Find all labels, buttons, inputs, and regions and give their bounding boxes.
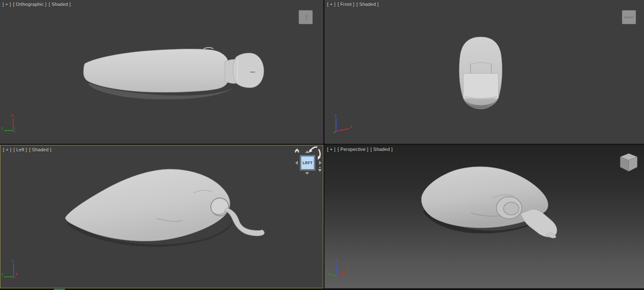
axis-tripod: z y x — [1, 259, 27, 284]
axis-x-label: x — [11, 113, 14, 117]
axis-tripod: z y x — [326, 257, 350, 282]
axis-z-label: z — [12, 259, 14, 263]
axis-tripod: x y z — [1, 113, 26, 138]
lure-model-side-view[interactable] — [0, 145, 323, 288]
lure-model-front-view[interactable] — [325, 0, 644, 144]
axis-x-label: x — [350, 124, 353, 128]
viewport-shading-menu[interactable]: [ Shaded ] — [356, 2, 378, 7]
viewcube-ghost-front[interactable]: FRONT — [622, 10, 636, 24]
viewcube-arrow-down[interactable] — [305, 172, 309, 175]
viewcube-arrow-left[interactable] — [295, 161, 298, 165]
viewcube-face-left[interactable]: LEFT — [301, 156, 314, 170]
axis-y-label: y — [1, 126, 4, 130]
axis-z-label: z — [334, 113, 337, 117]
viewport-shading-menu[interactable]: [ Shaded ] — [370, 147, 392, 152]
home-icon[interactable] — [294, 148, 300, 153]
bottom-edge-strip — [0, 288, 644, 290]
viewport-grid: [ + ] [ Orthographic ] [ Shaded ] — [0, 0, 644, 290]
viewport-shading-menu[interactable]: [ Shaded ] — [29, 147, 51, 152]
viewcube-widget[interactable]: LEFT — [293, 146, 323, 175]
viewcube-menu-icon[interactable] — [318, 167, 322, 172]
viewport-label: [ + ] [ Perspective ] [ Shaded ] — [327, 147, 393, 152]
axis-z-label: z — [14, 126, 17, 130]
viewport-orthographic[interactable]: [ + ] [ Orthographic ] [ Shaded ] — [0, 0, 323, 144]
viewport-view-menu[interactable]: [ Left ] — [14, 147, 27, 152]
viewport-general-menu[interactable]: [ + ] — [3, 147, 11, 152]
axis-z-label: z — [335, 258, 338, 262]
lure-model-perspective-view[interactable] — [325, 145, 644, 288]
viewcube-ghost-icon[interactable] — [299, 10, 313, 24]
viewport-label: [ + ] [ Orthographic ] [ Shaded ] — [3, 2, 71, 7]
viewport-general-menu[interactable]: [ + ] — [3, 2, 11, 7]
axis-tripod: z x — [331, 113, 357, 138]
viewport-left-active[interactable]: [ + ] [ Left ] [ Shaded ] — [0, 145, 323, 288]
axis-x-label: x — [346, 268, 348, 272]
viewcube-ghost-3d[interactable] — [618, 152, 640, 174]
viewcube-arrow-right[interactable] — [319, 161, 322, 165]
viewport-shading-menu[interactable]: [ Shaded ] — [49, 2, 71, 7]
viewport-general-menu[interactable]: [ + ] — [327, 147, 336, 152]
viewcube-ghost-glyph — [301, 12, 311, 22]
viewport-view-menu[interactable]: [ Orthographic ] — [13, 2, 47, 7]
viewcube-arrow-up[interactable] — [305, 151, 309, 153]
viewcube-cube[interactable]: LEFT — [300, 155, 316, 171]
viewport-label: [ + ] [ Left ] [ Shaded ] — [3, 147, 51, 152]
viewport-general-menu[interactable]: [ + ] — [327, 2, 336, 7]
viewport-view-menu[interactable]: [ Perspective ] — [338, 147, 369, 152]
lure-model-top-view[interactable] — [0, 0, 323, 144]
viewport-label: [ + ] [ Front ] [ Shaded ] — [327, 2, 379, 7]
lure-bill — [224, 208, 264, 236]
viewport-perspective[interactable]: [ + ] [ Perspective ] [ Shaded ] — [325, 145, 644, 288]
viewport-view-menu[interactable]: [ Front ] — [338, 2, 355, 7]
axis-x-label: x — [15, 272, 18, 276]
viewcube-front-face-label: FRONT — [624, 16, 634, 19]
lure-lip-front — [463, 73, 498, 99]
axis-y-label: y — [326, 269, 329, 273]
viewport-front[interactable]: [ + ] [ Front ] [ Shaded ] — [325, 0, 644, 144]
axis-y-label: y — [1, 272, 4, 276]
